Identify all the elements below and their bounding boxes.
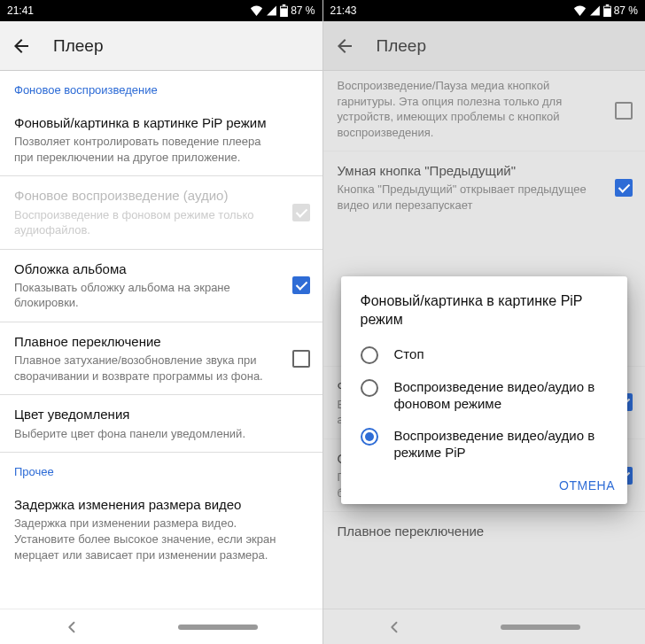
setting-title: Плавное переключение <box>14 333 276 351</box>
setting-smooth-switch[interactable]: Плавное переключение Плавное затухание/в… <box>0 322 322 394</box>
setting-title: Обложка альбома <box>338 450 600 468</box>
setting-subtitle: Воспроизведение в фоновом режиме только … <box>338 397 600 428</box>
nav-back-icon[interactable] <box>65 619 81 635</box>
checkbox <box>615 393 633 411</box>
setting-subtitle: Показывать обложку альбома на экране бло… <box>338 469 600 500</box>
setting-subtitle: Задержка при изменении размера видео. Ус… <box>14 516 276 563</box>
checkbox <box>615 102 633 120</box>
battery-icon <box>603 4 611 17</box>
status-time: 21:43 <box>330 4 573 17</box>
signal-icon <box>266 5 277 16</box>
svg-rect-4 <box>605 4 609 6</box>
back-icon[interactable] <box>334 35 355 57</box>
setting-subtitle: Плавное затухание/возобновление звука пр… <box>14 353 276 384</box>
status-bar: 21:43 87 % <box>323 0 646 21</box>
battery-icon <box>280 4 288 17</box>
wifi-icon <box>250 5 263 16</box>
svg-rect-2 <box>281 7 287 9</box>
status-icons: 87 % <box>573 4 638 17</box>
setting-title: Цвет уведомления <box>14 406 276 423</box>
setting-subtitle: Воспроизведение в фоновом режиме только … <box>14 207 276 238</box>
settings-list-dimmed: Воспроизведение/Пауза медиа кнопкой гарн… <box>323 71 646 609</box>
battery-percent: 87 % <box>614 4 638 17</box>
setting-notification-color[interactable]: Цвет уведомления Выберите цвет фона пане… <box>0 395 322 452</box>
app-bar: Плеер <box>323 21 646 71</box>
status-bar: 21:41 87 % <box>0 0 322 21</box>
setting-title: Обложка альбома <box>14 260 276 278</box>
setting-smart-previous: Умная кнопка "Предыдущий" Кнопка "Предыд… <box>323 151 646 223</box>
setting-title: Умная кнопка "Предыдущий" <box>338 162 600 180</box>
signal-icon <box>589 5 601 16</box>
setting-background-audio: Фоновое воспроизведение (аудио) Воспроиз… <box>323 367 646 438</box>
checkbox <box>615 179 633 197</box>
setting-subtitle: Воспроизведение/Пауза медиа кнопкой гарн… <box>338 78 600 140</box>
nav-home-pill[interactable] <box>178 625 258 630</box>
setting-title: Задержка изменения размера видео <box>14 496 276 514</box>
app-bar: Плеер <box>0 21 322 71</box>
setting-headset-partial: Воспроизведение/Пауза медиа кнопкой гарн… <box>323 71 646 151</box>
nav-back-icon[interactable] <box>387 619 403 635</box>
settings-list[interactable]: Фоновое воспроизведение Фоновый/картинка… <box>0 71 322 609</box>
setting-title: Плавное переключение <box>338 523 600 540</box>
nav-bar <box>0 609 322 644</box>
setting-subtitle: Позволяет контролировать поведение плеер… <box>14 134 276 165</box>
status-time: 21:41 <box>7 4 250 17</box>
right-screen: 21:43 87 % Плеер Воспроизведение/Пауза м… <box>322 0 646 644</box>
back-icon[interactable] <box>11 35 32 57</box>
page-title: Плеер <box>377 36 426 56</box>
setting-title: Фоновый/картинка в картинке PiP режим <box>14 114 276 132</box>
checkbox[interactable] <box>292 350 310 368</box>
setting-subtitle: Показывать обложку альбома на экране бло… <box>14 280 276 311</box>
setting-subtitle: Кнопка "Предыдущий" открывает предыдущее… <box>338 182 600 213</box>
section-other: Прочее <box>0 453 322 485</box>
page-title: Плеер <box>53 36 103 56</box>
battery-percent: 87 % <box>291 4 315 17</box>
setting-background-audio: Фоновое воспроизведение (аудио) Воспроиз… <box>0 176 322 248</box>
checkbox <box>615 467 633 485</box>
setting-subtitle: Выберите цвет фона панели уведомлений. <box>14 426 276 442</box>
setting-pip-mode[interactable]: Фоновый/картинка в картинке PiP режим По… <box>0 104 322 175</box>
setting-title: Фоновое воспроизведение (аудио) <box>338 377 600 395</box>
status-icons: 87 % <box>250 4 315 17</box>
setting-album-art[interactable]: Обложка альбома Показывать обложку альбо… <box>0 250 322 322</box>
checkbox[interactable] <box>292 276 310 294</box>
nav-home-pill[interactable] <box>501 625 580 630</box>
svg-rect-1 <box>283 4 286 6</box>
nav-bar <box>323 609 646 644</box>
checkbox <box>292 204 310 221</box>
setting-smooth-switch-partial: Плавное переключение <box>323 512 646 542</box>
setting-video-resize-delay[interactable]: Задержка изменения размера видео Задержк… <box>0 485 322 573</box>
section-background-playback: Фоновое воспроизведение <box>0 71 322 104</box>
svg-rect-5 <box>604 7 610 9</box>
left-screen: 21:41 87 % Плеер Фоновое воспроизведение… <box>0 0 322 644</box>
setting-title: Фоновое воспроизведение (аудио) <box>14 187 276 205</box>
wifi-icon <box>573 5 587 16</box>
setting-album-art: Обложка альбома Показывать обложку альбо… <box>323 439 646 511</box>
